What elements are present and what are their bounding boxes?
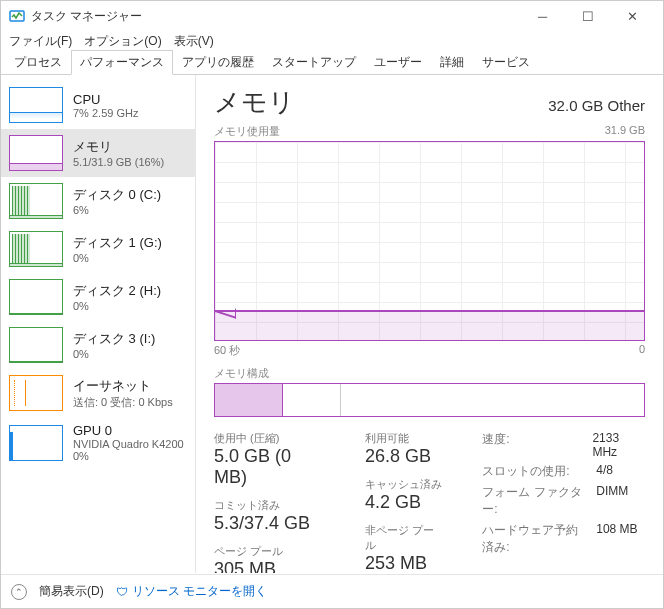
sidebar: CPU7% 2.59 GHz メモリ5.1/31.9 GB (16%) ディスク… [1, 75, 196, 573]
menu-view[interactable]: 表示(V) [170, 33, 218, 50]
footer: ⌃ 簡易表示(D) 🛡 リソース モニターを開く [1, 574, 663, 608]
kv-form-factor: フォーム ファクター:DIMM [482, 484, 645, 518]
cpu-thumb-icon [9, 87, 63, 123]
composition-label: メモリ構成 [214, 366, 645, 381]
tab-performance[interactable]: パフォーマンス [71, 50, 173, 75]
stat-committed: コミット済み5.3/37.4 GB [214, 498, 325, 534]
chart-x-right: 0 [639, 343, 645, 358]
close-button[interactable]: ✕ [610, 1, 655, 31]
sidebar-label: GPU 0 [73, 423, 184, 438]
sidebar-sub: 6% [73, 204, 161, 216]
disk-thumb-icon [9, 327, 63, 363]
shield-icon: 🛡 [116, 585, 128, 599]
tab-bar: プロセス パフォーマンス アプリの履歴 スタートアップ ユーザー 詳細 サービス [1, 51, 663, 75]
maximize-button[interactable]: ☐ [565, 1, 610, 31]
chart-label-left: メモリ使用量 [214, 124, 280, 139]
sidebar-item-memory[interactable]: メモリ5.1/31.9 GB (16%) [1, 129, 195, 177]
stats-grid: 使用中 (圧縮)5.0 GB (0 MB) コミット済み5.3/37.4 GB … [214, 431, 645, 573]
menu-file[interactable]: ファイル(F) [5, 33, 76, 50]
sidebar-sub: 0% [73, 300, 161, 312]
app-icon [9, 8, 25, 24]
chart-x-left: 60 秒 [214, 343, 240, 358]
page-title: メモリ [214, 85, 295, 120]
tab-app-history[interactable]: アプリの履歴 [173, 50, 263, 74]
tab-users[interactable]: ユーザー [365, 50, 431, 74]
sidebar-item-ethernet[interactable]: イーサネット送信: 0 受信: 0 Kbps [1, 369, 195, 417]
stat-available: 利用可能26.8 GB [365, 431, 442, 467]
kv-slots: スロットの使用:4/8 [482, 463, 645, 480]
sidebar-label: ディスク 1 (G:) [73, 234, 162, 252]
tab-startup[interactable]: スタートアップ [263, 50, 365, 74]
menubar: ファイル(F) オプション(O) 表示(V) [1, 31, 663, 51]
sidebar-item-disk0[interactable]: ディスク 0 (C:)6% [1, 177, 195, 225]
titlebar: タスク マネージャー ─ ☐ ✕ [1, 1, 663, 31]
sidebar-sub: 送信: 0 受信: 0 Kbps [73, 395, 173, 410]
sidebar-label: ディスク 0 (C:) [73, 186, 161, 204]
sidebar-sub: 7% 2.59 GHz [73, 107, 138, 119]
sidebar-sub: 0% [73, 348, 155, 360]
minimize-button[interactable]: ─ [520, 1, 565, 31]
open-resource-monitor-link[interactable]: 🛡 リソース モニターを開く [116, 583, 267, 600]
sidebar-sub: NVIDIA Quadro K4200 [73, 438, 184, 450]
sidebar-sub: 0% [73, 252, 162, 264]
tab-details[interactable]: 詳細 [431, 50, 473, 74]
main-panel: メモリ 32.0 GB Other メモリ使用量 31.9 GB 60 秒 0 … [196, 75, 663, 573]
memory-usage-chart [214, 141, 645, 341]
memory-thumb-icon [9, 135, 63, 171]
stat-in-use: 使用中 (圧縮)5.0 GB (0 MB) [214, 431, 325, 488]
menu-options[interactable]: オプション(O) [80, 33, 165, 50]
sidebar-sub: 5.1/31.9 GB (16%) [73, 156, 164, 168]
sidebar-label: メモリ [73, 138, 164, 156]
memory-type: 32.0 GB Other [548, 97, 645, 114]
sidebar-item-gpu0[interactable]: GPU 0NVIDIA Quadro K42000% [1, 417, 195, 468]
kv-hw-reserved: ハードウェア予約済み:108 MB [482, 522, 645, 556]
chevron-up-icon[interactable]: ⌃ [11, 584, 27, 600]
stat-cached: キャッシュ済み4.2 GB [365, 477, 442, 513]
disk-thumb-icon [9, 183, 63, 219]
sidebar-item-disk2[interactable]: ディスク 2 (H:)0% [1, 273, 195, 321]
sidebar-item-disk1[interactable]: ディスク 1 (G:)0% [1, 225, 195, 273]
brief-view-button[interactable]: 簡易表示(D) [39, 583, 104, 600]
tab-processes[interactable]: プロセス [5, 50, 71, 74]
window-title: タスク マネージャー [31, 8, 520, 25]
chart-label-right: 31.9 GB [605, 124, 645, 139]
tab-services[interactable]: サービス [473, 50, 539, 74]
sidebar-item-cpu[interactable]: CPU7% 2.59 GHz [1, 81, 195, 129]
gpu-thumb-icon [9, 425, 63, 461]
sidebar-label: CPU [73, 92, 138, 107]
sidebar-label: イーサネット [73, 377, 173, 395]
disk-thumb-icon [9, 231, 63, 267]
sidebar-label: ディスク 3 (I:) [73, 330, 155, 348]
sidebar-item-disk3[interactable]: ディスク 3 (I:)0% [1, 321, 195, 369]
stat-paged-pool: ページ プール305 MB [214, 544, 325, 573]
kv-speed: 速度:2133 MHz [482, 431, 645, 459]
sidebar-sub2: 0% [73, 450, 184, 462]
ethernet-thumb-icon [9, 375, 63, 411]
memory-composition-chart [214, 383, 645, 417]
sidebar-label: ディスク 2 (H:) [73, 282, 161, 300]
disk-thumb-icon [9, 279, 63, 315]
stat-nonpaged-pool: 非ページ プール253 MB [365, 523, 442, 573]
